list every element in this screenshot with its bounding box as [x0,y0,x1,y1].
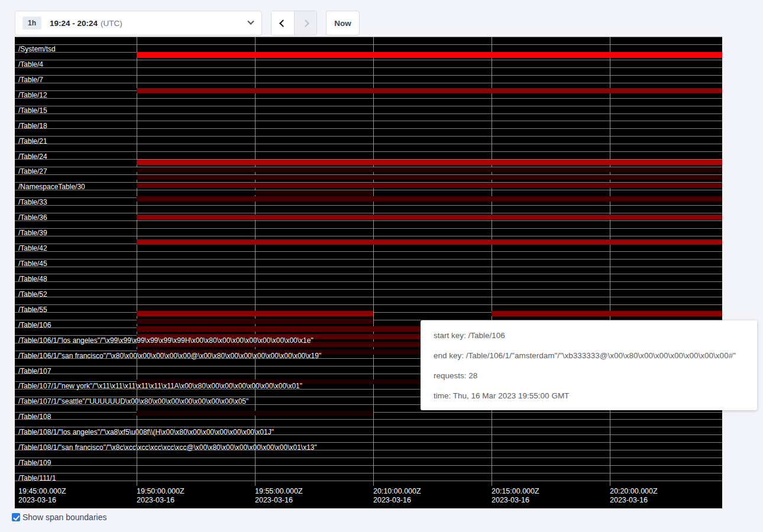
span-boundaries-label: Show span boundaries [22,512,106,522]
heat-band[interactable] [137,239,722,245]
heat-band[interactable] [137,311,373,316]
row-label: /Table/42 [18,244,47,252]
key-visualizer-page: 1h 19:24 - 20:24 (UTC) Now /System/tsd/T… [0,0,763,532]
row-label: /Table/27 [18,167,47,176]
row-label: /Table/33 [18,198,47,206]
row-label: /Table/106 [18,321,51,329]
chevron-left-icon [279,20,287,27]
x-axis-tick: 20:15:00.000Z2023-03-16 [492,487,539,505]
tooltip-line: start key: /Table/106 [434,330,757,342]
heat-band[interactable] [255,190,373,195]
tooltip-line: requests: 28 [434,370,757,382]
time-nav-group [271,11,317,35]
time-range-selector[interactable]: 1h 19:24 - 20:24 (UTC) [15,11,262,35]
heat-band[interactable] [137,167,722,172]
heat-band[interactable] [137,215,722,220]
row-label: /Table/15 [18,106,47,115]
row-label: /Table/107/1/"new york"/"\x11\x11\x11\x1… [18,382,302,390]
heat-band[interactable] [137,326,421,332]
row-label: /Table/36 [18,213,47,222]
span-boundaries-checkbox[interactable] [12,513,20,521]
row-label: /Table/21 [18,137,47,145]
key-visualizer-canvas[interactable]: /System/tsd/Table/4/Table/7/Table/12/Tab… [15,37,722,508]
x-axis-tick: 19:50:00.000Z2023-03-16 [137,487,185,505]
row-label: /Table/45 [18,259,47,268]
hover-tooltip: start key: /Table/106end key: /Table/106… [421,320,757,410]
row-label: /Table/107 [18,367,51,375]
heat-band[interactable] [137,52,722,58]
chevron-down-icon [247,18,254,25]
time-range-text: 19:24 - 20:24 [50,19,98,28]
row-label: /System/tsd [18,45,56,53]
row-label: /Table/24 [18,153,47,161]
heat-band[interactable] [137,196,722,202]
heat-band[interactable] [137,319,373,324]
tooltip-line: time: Thu, 16 Mar 2023 19:55:00 GMT [434,390,757,402]
next-interval-button[interactable] [294,11,316,35]
now-button[interactable]: Now [326,11,360,35]
heat-band[interactable] [137,88,722,93]
row-label: /NamespaceTable/30 [18,183,85,191]
footer-controls: Show span boundaries [12,512,106,522]
x-gridline [373,37,374,486]
x-axis: 19:45:00.000Z2023-03-1619:50:00.000Z2023… [15,486,722,508]
row-label: /Table/12 [18,91,47,99]
x-gridline [255,37,256,486]
x-gridline [137,37,137,486]
duration-badge: 1h [22,17,41,30]
row-label: /Table/111/1 [18,474,56,482]
row-label: /Table/107/1/"seattle"/"UUUUUUD\x00\x80\… [18,397,248,406]
row-label: /Table/18 [18,122,47,130]
tooltip-line: end key: /Table/106/1/"amsterdam"/"\xb33… [434,350,757,362]
row-label: /Table/7 [18,76,43,84]
row-label: /Table/106/1/"san francisco"/"\x80\x00\x… [18,352,321,360]
heatmap-plot-area[interactable]: /System/tsd/Table/4/Table/7/Table/12/Tab… [15,37,722,486]
x-axis-tick: 19:55:00.000Z2023-03-16 [255,487,303,505]
row-label: /Table/48 [18,275,47,283]
row-label: /Table/108/1/"san francisco"/"\x8c\xcc\x… [18,443,317,452]
row-label: /Table/4 [18,60,43,69]
row-label: /Table/108/1/"los angeles"/"\xa8\xf5\u00… [18,428,274,436]
row-label: /Table/106/1/"los angeles"/"\x99\x99\x99… [18,336,313,345]
row-label: /Table/108 [18,413,51,421]
chevron-right-icon [302,20,309,27]
heat-band[interactable] [137,183,722,188]
row-label: /Table/55 [18,306,47,314]
prev-interval-button[interactable] [271,11,294,35]
row-label: /Table/109 [18,459,51,467]
heat-band[interactable] [137,175,722,180]
x-axis-tick: 20:20:00.000Z2023-03-16 [610,487,658,505]
heat-band[interactable] [492,311,722,316]
timezone-label: (UTC) [101,19,122,28]
row-label: /Table/39 [18,229,47,237]
heat-band[interactable] [137,411,373,416]
x-gridline [610,37,610,486]
x-axis-tick: 19:45:00.000Z2023-03-16 [18,487,66,505]
heat-band[interactable] [137,160,722,165]
x-axis-tick: 20:10:00.000Z2023-03-16 [373,487,421,505]
row-label: /Table/52 [18,290,47,299]
x-gridline [492,37,492,486]
toolbar: 1h 19:24 - 20:24 (UTC) Now [15,11,360,35]
